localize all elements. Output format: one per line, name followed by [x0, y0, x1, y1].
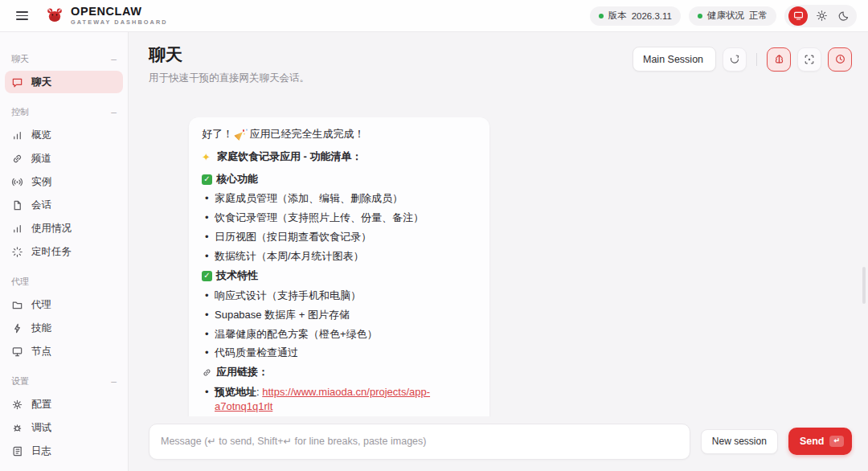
gear-icon: [11, 399, 23, 411]
divider: [756, 53, 757, 66]
light-theme-button[interactable]: [813, 7, 830, 25]
list-item: 代码质量检查通过: [202, 346, 477, 360]
theme-toggle-group: [784, 5, 857, 27]
sidebar-item-agents[interactable]: 代理: [5, 293, 123, 316]
focus-button[interactable]: [797, 47, 821, 72]
brain-button[interactable]: [767, 47, 791, 72]
sidebar-item-usage[interactable]: 使用情况: [5, 217, 123, 240]
sidebar-item-label: 实例: [31, 175, 51, 189]
chat-bubble-icon: [11, 76, 23, 88]
logs-icon: [11, 445, 23, 457]
sidebar-item-chat[interactable]: 聊天: [5, 71, 123, 93]
message-input[interactable]: [149, 424, 690, 460]
list-item: 响应式设计（支持手机和电脑）: [202, 289, 477, 303]
list-item: Supabase 数据库 + 图片存储: [202, 308, 477, 322]
sidebar-item-instances[interactable]: 实例: [5, 170, 123, 193]
app-links-heading: 应用链接：: [202, 365, 477, 379]
scrollbar[interactable]: [862, 267, 866, 304]
sidebar: 聊天 – 聊天 控制 – 概览 频道 实例 会话: [0, 32, 129, 471]
collapse-icon[interactable]: –: [111, 107, 117, 118]
brand: OPENCLAW GATEWAY DASHBOARD: [45, 6, 168, 27]
health-value: 正常: [749, 10, 768, 22]
list-item: 温馨健康的配色方案（橙色+绿色）: [202, 327, 477, 342]
app-links-list: 预览地址: https://www.miaoda.cn/projects/app…: [202, 385, 477, 416]
list-item: 预览地址: https://www.miaoda.cn/projects/app…: [202, 385, 477, 415]
bug-icon: [11, 422, 23, 434]
bar-chart-icon: [11, 223, 23, 235]
list-item: 数据统计（本周/本月统计图表）: [202, 249, 477, 264]
history-button[interactable]: [828, 47, 852, 72]
sidebar-item-label: 聊天: [31, 76, 51, 89]
folder-icon: [11, 299, 23, 311]
sidebar-section-agents: 代理: [0, 269, 128, 293]
broadcast-icon: [11, 176, 23, 188]
sidebar-item-label: 日志: [31, 444, 51, 458]
check-icon: ✓: [202, 174, 212, 185]
sidebar-item-nodes[interactable]: 节点: [5, 340, 123, 362]
message-list[interactable]: 好了！ 应用已经完全生成完成！ ✦ 家庭饮食记录应用 - 功能清单： ✓ 核心功…: [129, 117, 868, 416]
sidebar-item-overview[interactable]: 概览: [5, 124, 123, 146]
collapse-icon[interactable]: –: [111, 54, 117, 65]
system-theme-button[interactable]: [788, 6, 808, 26]
monitor-icon: [793, 10, 804, 21]
sidebar-item-label: 代理: [31, 298, 51, 312]
message-intro: 好了！ 应用已经完全生成完成！: [202, 127, 477, 141]
sidebar-item-channels[interactable]: 频道: [5, 147, 123, 170]
list-item: 日历视图（按日期查看饮食记录）: [202, 230, 477, 244]
sidebar-item-scheduled-tasks[interactable]: 定时任务: [5, 240, 123, 263]
dark-theme-button[interactable]: [835, 7, 853, 25]
clock-icon: [834, 53, 846, 65]
message-list-title: ✦ 家庭饮食记录应用 - 功能清单：: [202, 149, 477, 164]
party-popper-icon: [235, 129, 245, 139]
sidebar-item-label: 技能: [31, 322, 51, 335]
sidebar-item-label: 配置: [31, 398, 51, 412]
assistant-message: 好了！ 应用已经完全生成完成！ ✦ 家庭饮食记录应用 - 功能清单： ✓ 核心功…: [189, 117, 489, 416]
file-icon: [11, 199, 23, 211]
sidebar-item-label: 调试: [31, 421, 51, 435]
sidebar-item-config[interactable]: 配置: [5, 393, 123, 416]
moon-icon: [838, 10, 850, 22]
sidebar-item-debug[interactable]: 调试: [5, 416, 123, 439]
list-item: 家庭成员管理（添加、编辑、删除成员）: [202, 191, 477, 206]
section-label: 代理: [11, 276, 29, 288]
sidebar-section-chat: 聊天 –: [0, 47, 128, 70]
health-badge: 健康状况 正常: [689, 6, 776, 26]
composer: New session Send ↵: [129, 418, 868, 471]
core-features-list: 家庭成员管理（添加、编辑、删除成员） 饮食记录管理（支持照片上传、份量、备注） …: [202, 191, 477, 264]
brain-icon: [773, 53, 785, 65]
menu-icon[interactable]: [10, 4, 34, 28]
collapse-icon[interactable]: –: [111, 376, 117, 387]
version-badge: 版本 2026.3.11: [590, 6, 681, 26]
sidebar-item-label: 定时任务: [31, 245, 72, 259]
refresh-icon: [729, 54, 740, 65]
new-session-button[interactable]: New session: [701, 429, 778, 454]
link-icon: [11, 153, 23, 165]
sidebar-item-skills[interactable]: 技能: [5, 317, 123, 339]
openclaw-logo-icon: [45, 6, 64, 25]
refresh-button[interactable]: [723, 47, 747, 72]
zap-icon: [11, 322, 23, 334]
core-features-heading: ✓ 核心功能: [202, 172, 477, 186]
send-button[interactable]: Send ↵: [788, 428, 852, 455]
sidebar-section-settings: 设置 –: [0, 369, 128, 392]
page-subtitle: 用于快速干预的直接网关聊天会话。: [149, 72, 309, 85]
sun-icon: [816, 10, 828, 22]
sidebar-item-logs[interactable]: 日志: [5, 440, 123, 462]
session-selector[interactable]: Main Session: [633, 47, 716, 72]
sidebar-item-label: 使用情况: [31, 222, 72, 236]
enter-key-icon: ↵: [829, 436, 844, 447]
brand-title: OPENCLAW: [71, 6, 168, 18]
monitor-icon: [11, 346, 23, 358]
sidebar-item-label: 概览: [31, 129, 51, 142]
link-icon: [202, 367, 212, 378]
tech-features-list: 响应式设计（支持手机和电脑） Supabase 数据库 + 图片存储 温馨健康的…: [202, 289, 477, 361]
check-icon: ✓: [202, 271, 212, 281]
bar-chart-icon: [11, 129, 23, 141]
sidebar-item-label: 会话: [31, 199, 51, 212]
scan-icon: [804, 54, 815, 65]
sidebar-item-label: 频道: [31, 152, 51, 166]
version-label: 版本: [608, 10, 627, 22]
status-dot-icon: [698, 14, 702, 18]
sidebar-item-sessions[interactable]: 会话: [5, 194, 123, 216]
timer-icon: [11, 246, 23, 258]
